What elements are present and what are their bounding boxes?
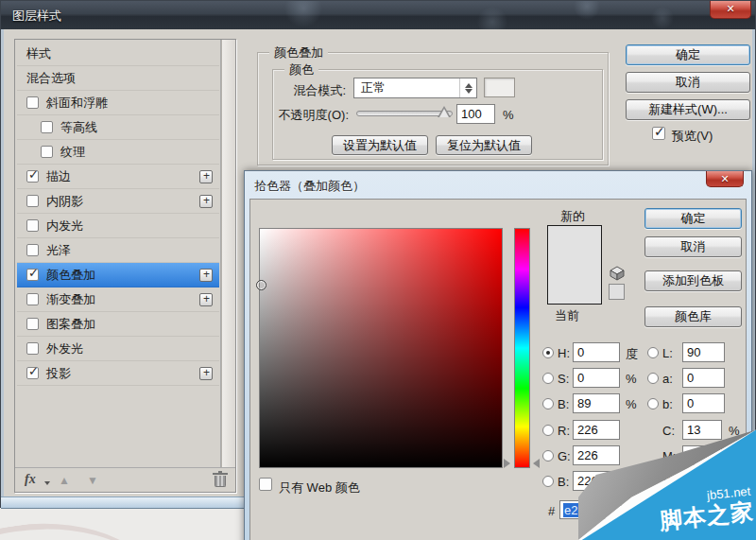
close-icon[interactable]: ✕ (706, 171, 744, 187)
sidebar-item-drop-shadow[interactable]: 投影 (17, 361, 219, 386)
field-input-s[interactable]: 0 (573, 368, 620, 388)
layer-style-titlebar[interactable]: 图层样式 ✕ (1, 1, 755, 29)
style-list-panel: 样式 混合选项 斜面和浮雕 等高线 纹理 描边 内阴影 内发光 光泽 颜色叠加 … (14, 39, 236, 493)
set-default-button[interactable]: 设置为默认值 (332, 135, 428, 155)
color-field-marker[interactable] (256, 280, 266, 290)
field-input-l[interactable]: 90 (682, 342, 725, 362)
preview-checkbox[interactable] (652, 127, 665, 140)
new-style-button[interactable]: 新建样式(W)... (626, 99, 750, 120)
window-title: 图层样式 (12, 8, 61, 25)
arrow-down-icon[interactable]: ▼ (87, 474, 98, 487)
hue-arrow-right-icon[interactable] (533, 459, 540, 468)
sidebar-item-texture[interactable]: 纹理 (17, 140, 219, 165)
hex-input[interactable]: e2e2e2 (559, 500, 622, 519)
field-input-r[interactable]: 226 (573, 420, 620, 440)
checkbox-icon[interactable] (26, 96, 39, 109)
plus-icon[interactable] (199, 170, 213, 183)
sidebar-item-color-overlay[interactable]: 颜色叠加 (17, 263, 219, 287)
item-label: 内发光 (46, 218, 83, 235)
field-input-c[interactable]: 13 (682, 420, 722, 440)
checkbox-icon[interactable] (26, 244, 39, 256)
sidebar-item-inner-shadow[interactable]: 内阴影 (17, 189, 219, 214)
field-unit-c: % (729, 424, 740, 438)
opacity-label: 不透明度(O): (273, 107, 349, 124)
background-curve-2 (0, 506, 181, 540)
trash-icon[interactable] (215, 476, 226, 487)
web-safe-swatch[interactable] (609, 284, 625, 300)
checkbox-icon[interactable] (26, 195, 39, 207)
checkbox-icon[interactable] (26, 170, 39, 183)
reset-default-button[interactable]: 复位为默认值 (436, 135, 532, 155)
opacity-slider-thumb[interactable] (438, 106, 451, 117)
hue-arrow-left-icon[interactable] (504, 459, 510, 468)
blend-color-swatch[interactable] (484, 78, 515, 97)
field-input-m[interactable]: 10 (682, 445, 722, 465)
checkbox-icon[interactable] (26, 219, 39, 232)
field-input-h[interactable]: 0 (573, 342, 620, 362)
radio-l[interactable] (647, 347, 659, 358)
field-label-bb: b: (662, 397, 673, 411)
item-label: 混合选项 (26, 70, 76, 87)
sidebar-item-inner-glow[interactable]: 内发光 (17, 214, 219, 238)
opacity-input[interactable]: 100 (456, 104, 495, 124)
item-label: 外发光 (46, 340, 83, 357)
checkbox-icon[interactable] (26, 318, 39, 330)
sidebar-item-styles[interactable]: 样式 (17, 42, 219, 66)
fx-caret-icon[interactable] (44, 481, 50, 485)
item-label: 颜色叠加 (46, 267, 95, 284)
fx-icon[interactable]: fx (25, 472, 36, 487)
plus-icon[interactable] (199, 195, 213, 208)
web-colors-checkbox[interactable] (259, 478, 272, 491)
scrollbar[interactable] (221, 40, 235, 467)
field-input-g[interactable]: 226 (573, 445, 620, 465)
checkbox-icon[interactable] (26, 293, 39, 305)
checkbox-icon[interactable] (26, 342, 39, 355)
radio-b2[interactable] (542, 476, 554, 487)
plus-icon[interactable] (199, 269, 213, 282)
field-input-a[interactable]: 0 (682, 368, 725, 388)
sidebar-item-outer-glow[interactable]: 外发光 (17, 337, 219, 361)
hue-slider[interactable] (514, 228, 530, 468)
plus-icon[interactable] (199, 367, 213, 380)
plus-icon[interactable] (199, 293, 213, 306)
sidebar-item-gradient-overlay[interactable]: 渐变叠加 (17, 287, 219, 312)
cancel-button[interactable]: 取消 (626, 72, 750, 93)
item-label: 投影 (46, 365, 71, 382)
color-picker-titlebar[interactable]: 拾色器（叠加颜色） ✕ (245, 171, 751, 199)
sidebar-item-blending-options[interactable]: 混合选项 (17, 66, 219, 91)
radio-a[interactable] (647, 373, 659, 384)
field-unit-m: % (729, 449, 740, 463)
color-libraries-button[interactable]: 颜色库 (644, 306, 742, 327)
radio-g[interactable] (542, 450, 554, 462)
field-input-y[interactable]: 10 (682, 471, 722, 491)
sidebar-item-bevel-emboss[interactable]: 斜面和浮雕 (17, 91, 219, 115)
field-input-b[interactable]: 89 (573, 393, 620, 413)
add-to-swatches-button[interactable]: 添加到色板 (644, 270, 742, 291)
close-icon[interactable]: ✕ (710, 1, 751, 19)
arrow-up-icon[interactable]: ▲ (59, 474, 70, 487)
checkbox-icon[interactable] (41, 146, 53, 158)
gamut-cube-icon[interactable] (610, 266, 625, 281)
blend-mode-select[interactable]: 正常 (353, 78, 477, 98)
radio-h[interactable] (542, 347, 554, 358)
checkbox-icon[interactable] (41, 121, 53, 133)
ok-button[interactable]: 确定 (626, 44, 750, 65)
sidebar-item-satin[interactable]: 光泽 (17, 238, 219, 263)
picker-cancel-button[interactable]: 取消 (644, 236, 742, 257)
sidebar-item-contour[interactable]: 等高线 (17, 115, 219, 140)
checkbox-icon[interactable] (26, 269, 39, 281)
saturation-brightness-field[interactable] (259, 228, 503, 468)
sidebar-item-pattern-overlay[interactable]: 图案叠加 (17, 312, 219, 337)
radio-s[interactable] (542, 373, 554, 384)
radio-b[interactable] (542, 398, 554, 409)
hex-value: e2e2e2 (563, 503, 606, 517)
sidebar-item-stroke[interactable]: 描边 (17, 165, 219, 189)
picker-ok-button[interactable]: 确定 (644, 208, 742, 229)
field-input-bb[interactable]: 0 (682, 393, 725, 413)
opacity-unit: % (503, 108, 514, 122)
radio-bb[interactable] (647, 398, 659, 409)
field-input-b2[interactable]: 226 (573, 471, 620, 491)
radio-r[interactable] (542, 425, 554, 436)
new-color-label: 新的 (560, 208, 585, 225)
checkbox-icon[interactable] (26, 367, 39, 379)
